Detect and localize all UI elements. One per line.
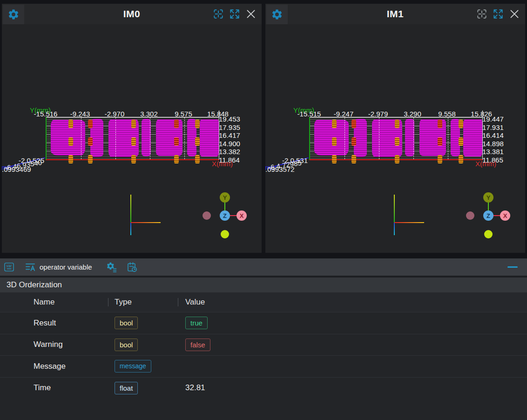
pointcloud-screw: [68, 155, 73, 163]
collapse-panel-button[interactable]: [507, 266, 518, 268]
pointcloud-screw: [438, 155, 442, 163]
y-tick-label: 17.931: [482, 123, 504, 131]
gridline-vertical: [81, 117, 81, 159]
variable-name: Time: [34, 378, 51, 399]
variable-list-icon[interactable]: [25, 262, 36, 272]
type-badge: message: [115, 360, 151, 373]
pointcloud-blob: [200, 119, 219, 156]
column-divider: [108, 298, 108, 306]
gridline-vertical: [413, 117, 414, 159]
pointcloud-blob: [463, 119, 482, 156]
table-row: Message message: [0, 355, 527, 377]
fit-view-icon[interactable]: [212, 8, 224, 20]
pointcloud-screw: [459, 120, 463, 128]
variable-name: Message: [34, 356, 66, 377]
axis-triad-x-segment: [131, 222, 161, 223]
pointcloud-screw: [131, 120, 136, 128]
gizmo-neg-x-ball[interactable]: [466, 211, 474, 220]
close-icon[interactable]: [245, 8, 257, 20]
y-tick-label: 14.900: [219, 140, 240, 148]
pointcloud-grid: [46, 117, 219, 160]
variable-name: Warning: [34, 334, 63, 356]
x-tick-label: -15.516: [34, 110, 58, 118]
x-tick-label: 3.290: [404, 110, 421, 118]
schedule-icon[interactable]: [127, 262, 137, 272]
x-axis-ticks: -15.516-9.243-2.9703.3029.57515.848: [46, 110, 218, 117]
pointcloud-screw: [351, 120, 356, 128]
pointcloud-screw: [438, 137, 442, 146]
axis-triad-y-segment: [394, 195, 395, 223]
variable-icon[interactable]: var: [4, 262, 14, 272]
pointcloud-screw: [332, 137, 337, 146]
pointcloud-screw: [395, 120, 399, 128]
gridline-vertical: [150, 117, 150, 159]
axis-triad-z-segment: [394, 223, 395, 235]
gizmo-z-ball[interactable]: Z: [220, 210, 230, 221]
pointcloud-blob: [142, 119, 151, 156]
y-tick-label: 13.381: [482, 148, 504, 156]
expand-icon[interactable]: [492, 8, 504, 20]
gizmo-neg-y-ball[interactable]: [484, 230, 493, 238]
variable-settings-icon[interactable]: [106, 262, 117, 273]
x-axis-label: X(mm): [212, 160, 233, 168]
pointcloud-canvas[interactable]: Y(mm) -15.515-9.247-2.9793.2909.55815.82…: [265, 24, 525, 253]
variable-table-body: Result bool true Warning bool false Mess…: [0, 312, 527, 399]
y-tick-label: 16.417: [219, 131, 240, 139]
x-tick-label: 9.575: [175, 110, 192, 118]
viewer-panel-im0: IM0 Y(mm) -15.516-9.243-2.9703.3029.5751…: [2, 4, 262, 253]
y-tick-label: 14.898: [482, 140, 504, 148]
y-tick-label: 16.414: [482, 131, 504, 139]
pointcloud-screw: [131, 155, 136, 163]
pointcloud-screw: [174, 120, 179, 128]
gizmo-x-ball[interactable]: X: [500, 210, 510, 221]
viewer-header: IM1: [265, 4, 525, 24]
gridline-vertical: [184, 117, 185, 159]
gridline-vertical: [379, 117, 379, 159]
pointcloud-screw: [395, 155, 399, 163]
pointcloud-screw: [395, 137, 399, 146]
operator-variable-toolbar: var operator variable: [0, 258, 527, 276]
x-tick-label: 15.848: [207, 110, 229, 118]
pointcloud-screw: [195, 137, 200, 146]
x-tick-label: -2.979: [368, 110, 388, 118]
value-badge: 32.81: [185, 383, 205, 393]
gizmo-y-ball[interactable]: Y: [483, 192, 493, 203]
x-tick-label: -9.247: [334, 110, 354, 118]
pointcloud-screw: [68, 120, 73, 128]
column-header-type: Type: [115, 298, 132, 307]
z-tick-label: .0993572: [265, 165, 295, 173]
y-tick-label: 13.382: [219, 148, 240, 156]
pointcloud-screw: [195, 155, 200, 163]
close-icon[interactable]: [508, 8, 520, 20]
x-tick-label: 3.302: [140, 110, 158, 118]
axis-triad-y-segment: [130, 195, 131, 223]
pointcloud-screw: [174, 155, 179, 163]
type-badge: float: [115, 382, 138, 394]
expand-icon[interactable]: [229, 8, 241, 20]
y-tick-label: 17.935: [219, 123, 240, 131]
pointcloud-screw: [332, 120, 337, 128]
column-header-name: Name: [34, 298, 54, 307]
axis-triad-z-segment: [130, 223, 131, 235]
type-badge: bool: [115, 317, 138, 329]
x-axis-label: X(mm): [475, 160, 496, 168]
gridline-vertical: [345, 117, 345, 159]
svg-text:var: var: [7, 264, 12, 268]
toolbar-title: operator variable: [40, 263, 92, 271]
app-window: IM0 Y(mm) -15.516-9.243-2.9703.3029.5751…: [0, 0, 527, 420]
x-tick-label: -2.970: [105, 110, 125, 118]
pointcloud-screw: [351, 155, 356, 163]
fit-view-icon[interactable]: [476, 8, 488, 20]
pointcloud-grid: [309, 117, 483, 160]
gizmo-neg-x-ball[interactable]: [203, 211, 211, 220]
column-header-value: Value: [185, 298, 205, 307]
gizmo-neg-y-ball[interactable]: [221, 230, 229, 238]
gizmo-x-ball[interactable]: X: [236, 210, 247, 221]
gizmo-z-ball[interactable]: Z: [483, 210, 493, 221]
pointcloud-canvas[interactable]: Y(mm) -15.516-9.243-2.9703.3029.57515.84…: [2, 24, 262, 253]
x-tick-label: 15.826: [471, 110, 492, 118]
pointcloud-screw: [88, 137, 93, 146]
pointcloud-screw: [438, 120, 442, 128]
gizmo-y-ball[interactable]: Y: [220, 192, 230, 203]
gridline-vertical: [448, 117, 448, 159]
